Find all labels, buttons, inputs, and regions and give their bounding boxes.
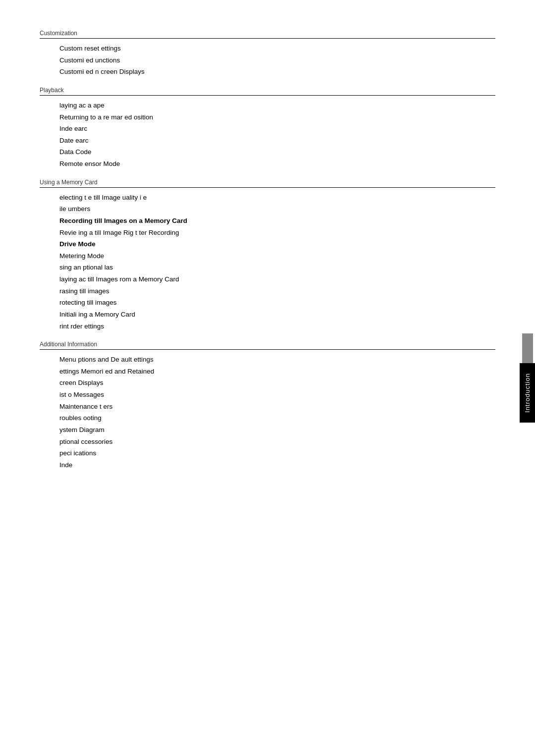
section-header-additional-information: Additional Information bbox=[40, 341, 495, 350]
section-playback: Playbacklaying ac a apeReturning to a re… bbox=[40, 87, 495, 170]
section-item-additional-information-7[interactable]: ptional ccessories bbox=[59, 436, 495, 448]
section-item-customization-1[interactable]: Customi ed unctions bbox=[59, 54, 495, 66]
section-item-additional-information-0[interactable]: Menu ptions and De ault ettings bbox=[59, 354, 495, 366]
section-item-playback-5[interactable]: Remote ensor Mode bbox=[59, 158, 495, 170]
section-item-additional-information-6[interactable]: ystem Diagram bbox=[59, 424, 495, 436]
section-item-customization-2[interactable]: Customi ed n creen Displays bbox=[59, 66, 495, 78]
section-item-playback-1[interactable]: Returning to a re mar ed osition bbox=[59, 111, 495, 123]
section-items-customization: Custom reset ettingsCustomi ed unctionsC… bbox=[40, 43, 495, 78]
side-tab-gray-bar bbox=[522, 333, 533, 363]
section-item-additional-information-3[interactable]: ist o Messages bbox=[59, 389, 495, 401]
side-tab: Introduction bbox=[520, 333, 535, 423]
section-item-using-memory-card-10[interactable]: Initiali ing a Memory Card bbox=[59, 309, 495, 321]
section-additional-information: Additional InformationMenu ptions and De… bbox=[40, 341, 495, 471]
section-items-playback: laying ac a apeReturning to a re mar ed … bbox=[40, 100, 495, 170]
section-item-additional-information-4[interactable]: Maintenance t ers bbox=[59, 401, 495, 413]
section-item-using-memory-card-1[interactable]: ile umbers bbox=[59, 203, 495, 215]
section-items-using-memory-card: electing t e till Image uality i eile um… bbox=[40, 192, 495, 332]
section-header-using-memory-card: Using a Memory Card bbox=[40, 179, 495, 188]
page-container: CustomizationCustom reset ettingsCustomi… bbox=[0, 0, 535, 509]
section-item-using-memory-card-2[interactable]: Recording till Images on a Memory Card bbox=[59, 215, 495, 227]
section-item-using-memory-card-4[interactable]: Drive Mode bbox=[59, 238, 495, 250]
section-item-using-memory-card-3[interactable]: Revie ing a till Image Rig t ter Recordi… bbox=[59, 227, 495, 239]
side-tab-label: Introduction bbox=[520, 363, 535, 423]
section-item-playback-0[interactable]: laying ac a ape bbox=[59, 100, 495, 111]
side-tab-text: Introduction bbox=[524, 373, 531, 413]
section-item-using-memory-card-5[interactable]: Metering Mode bbox=[59, 250, 495, 262]
section-item-using-memory-card-6[interactable]: sing an ptional las bbox=[59, 262, 495, 273]
section-item-additional-information-2[interactable]: creen Displays bbox=[59, 377, 495, 389]
section-item-using-memory-card-8[interactable]: rasing till images bbox=[59, 285, 495, 297]
section-customization: CustomizationCustom reset ettingsCustomi… bbox=[40, 30, 495, 78]
section-item-playback-4[interactable]: Data Code bbox=[59, 146, 495, 158]
section-using-memory-card: Using a Memory Cardelecting t e till Ima… bbox=[40, 179, 495, 332]
section-item-additional-information-5[interactable]: roubles ooting bbox=[59, 412, 495, 424]
section-header-customization: Customization bbox=[40, 30, 495, 39]
section-item-playback-2[interactable]: Inde earc bbox=[59, 123, 495, 135]
section-item-playback-3[interactable]: Date earc bbox=[59, 135, 495, 147]
section-item-using-memory-card-11[interactable]: rint rder ettings bbox=[59, 321, 495, 332]
section-item-using-memory-card-9[interactable]: rotecting till images bbox=[59, 297, 495, 309]
section-items-additional-information: Menu ptions and De ault ettingsettings M… bbox=[40, 354, 495, 471]
section-item-using-memory-card-7[interactable]: laying ac till Images rom a Memory Card bbox=[59, 273, 495, 285]
section-item-using-memory-card-0[interactable]: electing t e till Image uality i e bbox=[59, 192, 495, 204]
section-item-customization-0[interactable]: Custom reset ettings bbox=[59, 43, 495, 54]
section-item-additional-information-9[interactable]: Inde bbox=[59, 459, 495, 471]
section-item-additional-information-8[interactable]: peci ications bbox=[59, 447, 495, 459]
section-header-playback: Playback bbox=[40, 87, 495, 96]
section-item-additional-information-1[interactable]: ettings Memori ed and Retained bbox=[59, 366, 495, 378]
